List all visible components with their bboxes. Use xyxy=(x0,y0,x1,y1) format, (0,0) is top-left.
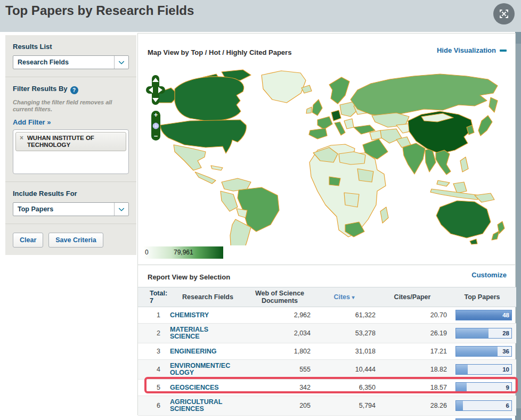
sidebar: Results List Research Fields Filter Resu… xyxy=(5,35,136,255)
page-title: Top Papers by Research Fields xyxy=(5,3,194,18)
top-papers-bar: 9 xyxy=(455,382,512,393)
row-cpp: 20.70 xyxy=(377,307,448,324)
customize-link[interactable]: Customize xyxy=(471,271,507,279)
include-results-section: Include Results For Top Papers xyxy=(5,182,136,224)
row-cpp: 28.26 xyxy=(377,396,448,416)
field-link[interactable]: GEOSCIENCES xyxy=(170,384,233,391)
actions-section: Clear Save Criteria xyxy=(5,224,136,255)
chevron-down-icon xyxy=(118,205,124,211)
row-rank: 6 xyxy=(138,396,168,416)
remove-filter-icon[interactable]: × xyxy=(20,135,23,142)
table-row: 2 MATERIALS SCIENCE 2,034 53,278 26.19 2… xyxy=(138,324,516,343)
field-link[interactable]: MATERIALS SCIENCE xyxy=(170,326,233,340)
zoom-control[interactable]: + − xyxy=(151,111,160,141)
row-cpp: 18.57 xyxy=(377,380,448,396)
top-papers-bar: 28 xyxy=(455,328,512,339)
col-top-papers: Top Papers xyxy=(448,287,516,307)
add-filter-link[interactable]: Add Filter » xyxy=(13,118,51,126)
top-papers-bar: 48 xyxy=(455,310,512,320)
zoom-out-icon[interactable]: − xyxy=(154,134,158,139)
save-criteria-button[interactable]: Save Criteria xyxy=(48,233,103,248)
row-docs: 555 xyxy=(248,360,312,380)
total-header: Total: 7 xyxy=(138,287,168,307)
dropdown-button[interactable] xyxy=(114,203,128,216)
expand-button[interactable] xyxy=(493,3,515,24)
filter-box: × WUHAN INSTITUTE OF TECHNOLOGY xyxy=(13,129,129,174)
field-link[interactable]: ENVIRONMENT/ECOLOGY xyxy=(170,363,233,376)
row-docs: 1,802 xyxy=(248,343,312,360)
top-papers-bar: 6 xyxy=(455,400,512,411)
filter-chip-label: WUHAN INSTITUTE OF TECHNOLOGY xyxy=(27,135,122,149)
row-cites: 198,887 xyxy=(312,416,377,420)
col-wos-documents: Web of Science Documents xyxy=(248,287,312,307)
filter-heading: Filter Results By? xyxy=(13,85,129,94)
col-research-fields: Research Fields xyxy=(168,287,248,307)
report-title: Report View by Selection xyxy=(148,273,230,281)
sort-down-icon[interactable]: ▾ xyxy=(352,294,355,300)
col-cites-per-paper: Cites/Paper xyxy=(377,287,448,307)
report-header: Report View by Selection Customize xyxy=(138,265,515,287)
cites-sort-link[interactable]: Cites xyxy=(333,293,350,301)
col-cites: Cites ▾ xyxy=(312,287,377,307)
field-link[interactable]: ENGINEERING xyxy=(170,348,233,355)
results-list-section: Results List Research Fields xyxy=(5,35,136,77)
field-link[interactable]: AGRICULTURAL SCIENCES xyxy=(170,399,233,413)
pan-control[interactable] xyxy=(146,75,165,105)
top-papers-bar: 10 xyxy=(455,364,512,375)
row-cites: 61,322 xyxy=(312,307,377,324)
legend-max: 79,961 xyxy=(174,249,193,256)
table-row: 6 AGRICULTURAL SCIENCES 205 5,794 28.26 … xyxy=(138,396,516,416)
row-docs: 2,034 xyxy=(248,324,312,343)
filter-note: Changing the filter field removes all cu… xyxy=(13,99,129,113)
field-link[interactable]: CHEMISTRY xyxy=(170,312,233,319)
filter-chip: × WUHAN INSTITUTE OF TECHNOLOGY xyxy=(15,132,126,151)
row-rank: 4 xyxy=(138,360,168,380)
row-rank: 2 xyxy=(138,324,168,343)
row-docs: 9,760 xyxy=(248,416,312,420)
report-table: Total: 7 Research Fields Web of Science … xyxy=(138,287,516,420)
chevron-down-icon xyxy=(118,59,124,64)
table-row-highlighted: 5 GEOSCIENCES 342 6,350 18.57 9 xyxy=(138,380,516,396)
map-area: + − xyxy=(142,68,511,245)
report-table-wrap: Total: 7 Research Fields Web of Science … xyxy=(138,287,515,420)
results-list-value: Research Fields xyxy=(13,56,114,69)
row-cpp: 17.21 xyxy=(377,343,448,360)
row-cites: 10,444 xyxy=(312,360,377,380)
scrollbar-up[interactable] xyxy=(515,32,521,44)
table-row: 0 ALL FIELDS 9,760 198,887 20.38 185 xyxy=(138,416,516,420)
map-legend: 0 79,961 xyxy=(143,246,223,259)
results-list-dropdown[interactable]: Research Fields xyxy=(13,55,129,69)
row-docs: 342 xyxy=(248,380,312,396)
row-rank: 0 xyxy=(138,416,168,420)
row-cites: 6,350 xyxy=(312,380,377,396)
include-results-dropdown[interactable]: Top Papers xyxy=(13,202,129,216)
row-cites: 53,278 xyxy=(312,324,377,343)
table-row: 1 CHEMISTRY 2,962 61,322 20.70 48 xyxy=(138,307,516,324)
table-row: 4 ENVIRONMENT/ECOLOGY 555 10,444 18.82 1… xyxy=(138,360,516,380)
row-cites: 5,794 xyxy=(312,396,377,416)
world-map[interactable] xyxy=(142,68,511,245)
map-header: Map View by Top / Hot / Highly Cited Pap… xyxy=(138,34,515,68)
hide-visualization-link[interactable]: Hide Visualization xyxy=(437,46,507,54)
dropdown-button[interactable] xyxy=(114,56,128,69)
row-docs: 2,962 xyxy=(248,307,312,324)
map-controls: + − xyxy=(146,75,167,141)
map-title: Map View by Top / Hot / Highly Cited Pap… xyxy=(148,48,291,56)
zoom-in-icon[interactable]: + xyxy=(154,112,158,118)
page-header: Top Papers by Research Fields xyxy=(0,0,521,32)
help-icon[interactable]: ? xyxy=(70,86,78,94)
legend-min: 0 xyxy=(145,249,149,256)
row-rank: 3 xyxy=(138,343,168,360)
row-rank: 5 xyxy=(138,380,168,396)
row-cpp: 26.19 xyxy=(377,324,448,343)
row-rank: 1 xyxy=(138,307,168,324)
row-cpp: 18.82 xyxy=(377,360,448,380)
include-results-heading: Include Results For xyxy=(13,190,129,197)
include-results-value: Top Papers xyxy=(13,203,114,216)
globe-icon[interactable] xyxy=(152,122,159,129)
minus-icon xyxy=(500,50,507,52)
clear-button[interactable]: Clear xyxy=(13,233,43,248)
table-header-row: Total: 7 Research Fields Web of Science … xyxy=(138,287,516,307)
expand-icon xyxy=(494,4,514,24)
row-cpp: 20.38 xyxy=(377,416,448,420)
